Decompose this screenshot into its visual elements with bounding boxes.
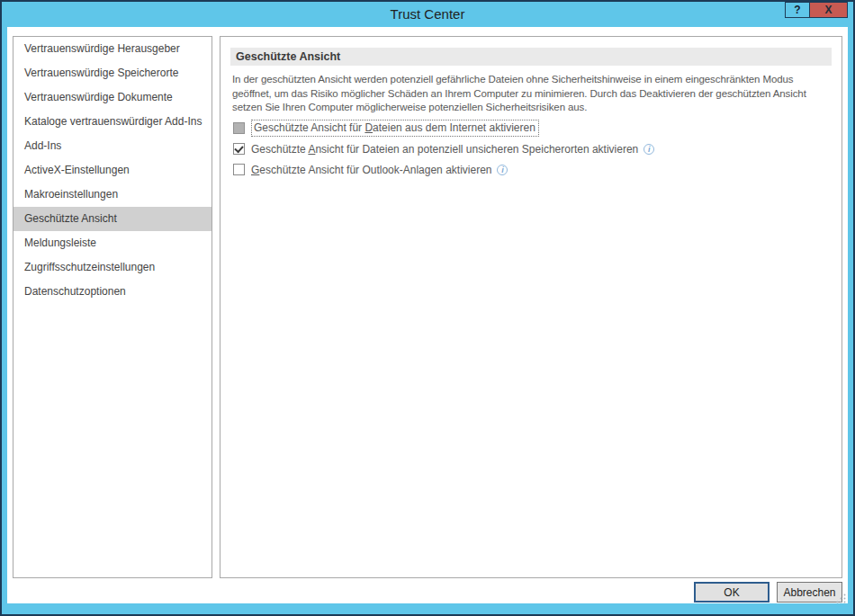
outlook-checkbox[interactable] <box>233 164 245 175</box>
sidebar-item-meldungsleiste[interactable]: Meldungsleiste <box>14 231 212 255</box>
internet-checkbox-label: Geschützte Ansicht für Dateien aus dem I… <box>251 120 539 137</box>
help-button[interactable]: ? <box>785 2 809 18</box>
dialog-content: Vertrauenswürdige Herausgeber Vertrauens… <box>7 27 848 603</box>
unsafe-locations-checkbox-label: Geschützte Ansicht für Dateien an potenz… <box>251 143 638 156</box>
trust-center-dialog: Trust Center ? X Vertrauenswürdige Herau… <box>0 0 855 616</box>
sidebar-item-datenschutz[interactable]: Datenschutzoptionen <box>14 280 212 304</box>
description-text: In der geschützten Ansicht werden potenz… <box>232 73 822 115</box>
cancel-button[interactable]: Abbrechen <box>777 582 842 603</box>
sidebar-item-herausgeber[interactable]: Vertrauenswürdige Herausgeber <box>14 37 212 61</box>
titlebar: Trust Center ? X <box>2 2 853 27</box>
sidebar-item-speicherorte[interactable]: Vertrauenswürdige Speicherorte <box>14 61 212 85</box>
sidebar-item-zugriffsschutz[interactable]: Zugriffsschutzeinstellungen <box>14 255 212 280</box>
unsafe-locations-checkbox[interactable] <box>233 143 245 155</box>
internet-checkbox[interactable] <box>233 122 245 134</box>
resize-grip[interactable] <box>835 592 847 603</box>
checkbox-row-unsafe-locations[interactable]: Geschützte Ansicht für Dateien an potenz… <box>233 142 842 156</box>
checkbox-row-outlook[interactable]: Geschützte Ansicht für Outlook-Anlagen a… <box>233 163 842 177</box>
sidebar-item-addins[interactable]: Add-Ins <box>14 134 212 158</box>
caption-buttons: ? X <box>785 2 848 18</box>
info-icon[interactable]: i <box>497 165 508 175</box>
sidebar: Vertrauenswürdige Herausgeber Vertrauens… <box>13 36 212 578</box>
outlook-checkbox-label: Geschützte Ansicht für Outlook-Anlagen a… <box>251 164 491 176</box>
info-icon[interactable]: i <box>644 144 654 155</box>
main-panel: Geschützte Ansicht In der geschützten An… <box>220 36 842 578</box>
resize-grip-icon <box>835 593 847 604</box>
sidebar-item-addin-kataloge[interactable]: Kataloge vertrauenswürdiger Add-Ins <box>14 110 212 134</box>
sidebar-item-makroeinstellungen[interactable]: Makroeinstellungen <box>14 183 212 207</box>
close-icon: X <box>824 4 832 16</box>
ok-button[interactable]: OK <box>694 582 770 603</box>
help-icon: ? <box>794 4 800 16</box>
close-button[interactable]: X <box>809 2 848 18</box>
sidebar-item-activex[interactable]: ActiveX-Einstellungen <box>14 158 212 183</box>
dialog-title: Trust Center <box>2 2 853 26</box>
sidebar-item-geschuetzte-ansicht[interactable]: Geschützte Ansicht <box>14 207 212 231</box>
checkbox-row-internet[interactable]: Geschützte Ansicht für Dateien aus dem I… <box>233 121 842 136</box>
section-header: Geschützte Ansicht <box>230 48 832 66</box>
sidebar-item-dokumente[interactable]: Vertrauenswürdige Dokumente <box>14 85 212 110</box>
